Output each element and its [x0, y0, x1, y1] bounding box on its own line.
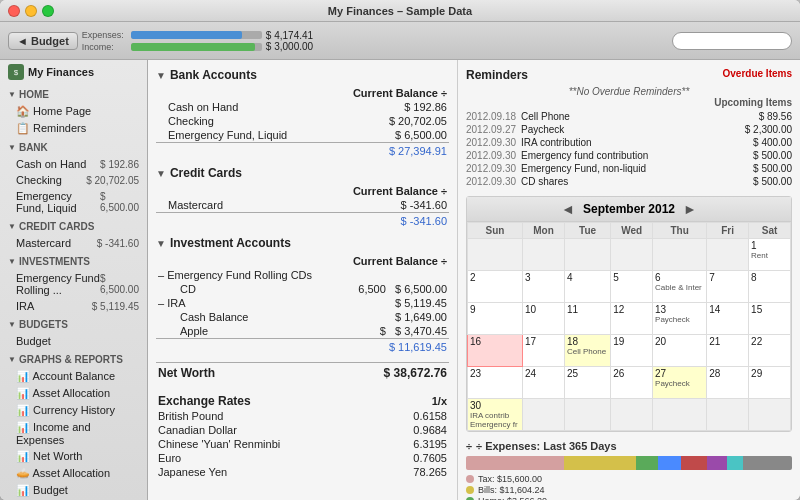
sidebar-item-reminders[interactable]: 📋 Reminders — [0, 120, 147, 137]
sidebar-section-home[interactable]: HOME — [0, 86, 147, 103]
table-row[interactable]: Japanese Yen 78.265 — [156, 465, 449, 479]
cal-day-cell[interactable]: 22 — [749, 335, 791, 367]
toolbar-amount1: $ 4,174.41 — [266, 30, 313, 41]
cal-day-cell[interactable]: 20 — [653, 335, 707, 367]
cal-day-cell[interactable]: 29 — [749, 367, 791, 399]
sidebar-item-emergency-rolling[interactable]: Emergency Fund Rolling ... $ 6,500.00 — [0, 270, 147, 298]
table-row[interactable]: British Pound 0.6158 — [156, 409, 449, 423]
reminder-row: 2012.09.30 Emergency Fund, non-liquid $ … — [466, 162, 792, 175]
sidebar-item-asset-alloc2[interactable]: 🥧 Asset Allocation — [0, 465, 147, 482]
table-row[interactable]: Cash Balance $ 1,649.00 — [156, 310, 449, 324]
reminder-desc: CD shares — [521, 176, 722, 187]
table-row[interactable]: – IRA $ 5,119.45 — [156, 296, 449, 310]
cal-day-cell[interactable]: 21 — [707, 335, 749, 367]
cal-day-cell[interactable]: 10 — [523, 303, 565, 335]
close-button[interactable] — [8, 5, 20, 17]
sidebar-label: Budget — [16, 335, 51, 347]
reminder-row: 2012.09.18 Cell Phone $ 89.56 — [466, 110, 792, 123]
expenses-triangle[interactable]: ÷ — [466, 440, 472, 452]
sidebar-item-home-page[interactable]: 🏠 Home Page — [0, 103, 147, 120]
sidebar-value: $ 20,702.05 — [86, 175, 139, 186]
sidebar-item-currency-history[interactable]: 📊 Currency History — [0, 402, 147, 419]
sidebar-section-investments[interactable]: INVESTMENTS — [0, 253, 147, 270]
table-row[interactable]: Mastercard $ -341.60 — [156, 198, 449, 213]
legend-label: Bills: $11,604.24 — [478, 485, 545, 495]
bank-total-row: $ 27,394.91 — [156, 143, 449, 159]
sidebar-section-credit[interactable]: CREDIT CARDS — [0, 218, 147, 235]
cal-day-cell[interactable]: 7 — [707, 271, 749, 303]
cal-day-cell[interactable]: 26 — [611, 367, 653, 399]
cal-next-button[interactable]: ► — [675, 201, 705, 217]
cal-day-cell[interactable]: 4 — [564, 271, 610, 303]
sidebar-header[interactable]: $ My Finances — [0, 60, 147, 84]
cal-day-cell[interactable]: 18Cell Phone — [564, 335, 610, 367]
cal-day-cell[interactable]: 11 — [564, 303, 610, 335]
table-row[interactable]: Checking $ 20,702.05 — [156, 114, 449, 128]
sidebar-item-checking[interactable]: Checking $ 20,702.05 — [0, 172, 147, 188]
cell-label: Euro — [156, 451, 382, 465]
expenses-bar — [466, 456, 792, 470]
cal-day-cell[interactable]: 25 — [564, 367, 610, 399]
search-input[interactable] — [672, 32, 792, 50]
minimize-button[interactable] — [25, 5, 37, 17]
cal-day-cell[interactable]: 6Cable & Inter — [653, 271, 707, 303]
cal-day-cell[interactable]: 2 — [468, 271, 523, 303]
sidebar-item-net-worth[interactable]: 📊 Net Worth — [0, 448, 147, 465]
cal-day-cell[interactable]: 5 — [611, 271, 653, 303]
sidebar-section-budgets[interactable]: BUDGETS — [0, 316, 147, 333]
bank-triangle[interactable]: ▼ — [156, 70, 166, 81]
table-row[interactable]: – Emergency Fund Rolling CDs — [156, 268, 449, 282]
sidebar-item-budget2[interactable]: 📊 Budget — [0, 482, 147, 499]
cal-day-cell[interactable]: 14 — [707, 303, 749, 335]
cal-day-cell[interactable]: 15 — [749, 303, 791, 335]
cal-day-cell[interactable]: 30IRA contribEmergency fr — [468, 399, 523, 431]
cal-day-number: 13 — [655, 304, 666, 315]
sidebar-item-income-expenses[interactable]: 📊 Income and Expenses — [0, 419, 147, 448]
cal-day-cell[interactable]: 8 — [749, 271, 791, 303]
sidebar-item-account-balance[interactable]: 📊 Account Balance — [0, 368, 147, 385]
maximize-button[interactable] — [42, 5, 54, 17]
cal-day-cell[interactable]: 12 — [611, 303, 653, 335]
table-row[interactable]: Cash on Hand $ 192.86 — [156, 100, 449, 114]
cal-day-cell[interactable]: 9 — [468, 303, 523, 335]
cal-day-cell[interactable]: 23 — [468, 367, 523, 399]
cal-day-number: 9 — [470, 304, 476, 315]
cal-day-cell — [653, 239, 707, 271]
cal-day-cell[interactable]: 1Rent — [749, 239, 791, 271]
cal-day-cell[interactable]: 28 — [707, 367, 749, 399]
cal-day-cell[interactable]: 19 — [611, 335, 653, 367]
sidebar-section-bank[interactable]: BANK — [0, 139, 147, 156]
cal-week-row: 2324252627Paycheck2829 — [468, 367, 791, 399]
cal-prev-button[interactable]: ◄ — [553, 201, 583, 217]
cal-day-cell[interactable]: 3 — [523, 271, 565, 303]
sidebar-item-emergency-liquid[interactable]: Emergency Fund, Liquid $ 6,500.00 — [0, 188, 147, 216]
expenses-section: ÷ ÷ Expenses: Last 365 Days Tax: $15,600… — [466, 440, 792, 500]
sidebar-item-asset-alloc[interactable]: 📊 Asset Allocation — [0, 385, 147, 402]
cal-day-cell[interactable]: 16 — [468, 335, 523, 367]
cal-day-cell — [564, 239, 610, 271]
sidebar-section-graphs[interactable]: GRAPHS & REPORTS — [0, 351, 147, 368]
cal-day-cell[interactable]: 27Paycheck — [653, 367, 707, 399]
invest-triangle[interactable]: ▼ — [156, 238, 166, 249]
sidebar-label: 📊 Account Balance — [16, 370, 115, 383]
cal-day-cell[interactable]: 13Paycheck — [653, 303, 707, 335]
cal-day-cell[interactable]: 17 — [523, 335, 565, 367]
sidebar-item-mastercard[interactable]: Mastercard $ -341.60 — [0, 235, 147, 251]
sidebar-item-budget[interactable]: Budget — [0, 333, 147, 349]
cal-header-row: Sun Mon Tue Wed Thu Fri Sat — [468, 223, 791, 239]
cal-day-cell[interactable]: 24 — [523, 367, 565, 399]
sidebar-item-ira[interactable]: IRA $ 5,119.45 — [0, 298, 147, 314]
budget-button[interactable]: ◄ Budget — [8, 32, 78, 50]
table-row[interactable]: Emergency Fund, Liquid $ 6,500.00 — [156, 128, 449, 143]
sidebar-item-cash[interactable]: Cash on Hand $ 192.86 — [0, 156, 147, 172]
cal-week-row: 1Rent — [468, 239, 791, 271]
table-row[interactable]: Euro 0.7605 — [156, 451, 449, 465]
cal-day-cell — [611, 239, 653, 271]
credit-triangle[interactable]: ▼ — [156, 168, 166, 179]
table-row[interactable]: CD 6,500 $ 6,500.00 — [156, 282, 449, 296]
table-row[interactable]: Chinese 'Yuan' Renminbi 6.3195 — [156, 437, 449, 451]
credit-title: Credit Cards — [170, 166, 242, 180]
table-row[interactable]: Canadian Dollar 0.9684 — [156, 423, 449, 437]
table-row[interactable]: Apple $ $ 3,470.45 — [156, 324, 449, 339]
calendar: ◄ September 2012 ► Sun Mon Tue Wed — [466, 196, 792, 432]
